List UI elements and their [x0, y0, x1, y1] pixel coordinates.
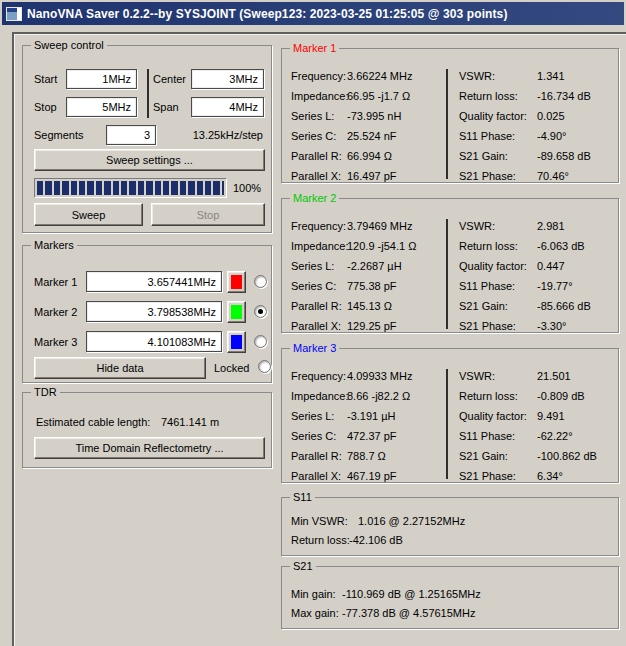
- marker3-data-group: Marker 3 Frequency:4.09933 MHzVSWR:21.50…: [281, 348, 619, 483]
- center-input[interactable]: [191, 69, 264, 89]
- marker3-frequency-input[interactable]: [86, 331, 222, 352]
- marker2-frequency-input[interactable]: [86, 301, 222, 322]
- progress-percent-label: 100%: [233, 181, 261, 195]
- s11-group: S11 Min VSWR:1.016 @ 2.27152MHz Return l…: [281, 497, 619, 556]
- field-value: 129.25 pF: [347, 316, 397, 336]
- group-title: Markers: [31, 238, 77, 252]
- field-value: -6.063 dB: [537, 236, 585, 256]
- title-bar[interactable]: NanoVNA Saver 0.2.2--by SYSJOINT (Sweep1…: [2, 2, 624, 25]
- marker2-data-group: Marker 2 Frequency:3.79469 MHzVSWR:2.981…: [281, 198, 619, 333]
- cable-length-value: 7461.141 m: [161, 415, 219, 429]
- segments-input[interactable]: [106, 125, 156, 145]
- marker2-color-swatch: [231, 305, 242, 319]
- field-label: Max gain:: [291, 604, 339, 622]
- marker-data-row: Series C:472.37 pFS11 Phase:-62.22°: [282, 426, 618, 446]
- start-input[interactable]: [66, 69, 137, 89]
- marker2-color-button[interactable]: [227, 301, 246, 323]
- field-value: 120.9 -j54.1 Ω: [347, 236, 416, 256]
- field-value: 3.79469 MHz: [347, 216, 412, 236]
- field-value: -73.995 nH: [347, 106, 401, 126]
- field-label: Parallel R:: [291, 146, 342, 166]
- field-value: -3.30°: [537, 316, 566, 336]
- field-label: Min VSWR:: [291, 512, 348, 530]
- field-value: -42.106 dB: [349, 531, 403, 549]
- field-value: 3.66224 MHz: [347, 66, 412, 86]
- field-value: -110.969 dB @ 1.25165MHz: [342, 585, 481, 603]
- field-value: 145.13 Ω: [347, 296, 392, 316]
- marker-data-row: Frequency:3.79469 MHzVSWR:2.981: [282, 216, 618, 236]
- field-value: 1.341: [537, 66, 565, 86]
- locked-radio[interactable]: [258, 360, 271, 373]
- group-title: Sweep control: [31, 38, 107, 52]
- marker-data-row: Series L:-3.191 µHQuality factor:9.491: [282, 406, 618, 426]
- group-title: Marker 3: [290, 341, 339, 355]
- field-value: -19.77°: [537, 276, 573, 296]
- field-value: 467.19 pF: [347, 466, 397, 486]
- stop-label: Stop: [34, 100, 57, 114]
- field-label: VSWR:: [459, 66, 495, 86]
- sweep-progress-bar: [34, 178, 227, 198]
- sweep-button[interactable]: Sweep: [34, 203, 143, 226]
- field-label: Return loss:: [459, 386, 518, 406]
- span-input[interactable]: [191, 97, 264, 117]
- marker-data-row: Frequency:3.66224 MHzVSWR:1.341: [282, 66, 618, 86]
- field-label: Quality factor:: [459, 256, 527, 276]
- field-label: Impedance:: [291, 236, 348, 256]
- field-value: 0.025: [537, 106, 565, 126]
- app-window: { "window": { "title": "NanoVNA Saver 0.…: [0, 0, 626, 646]
- field-value: -2.2687 µH: [347, 256, 402, 276]
- locked-label: Locked: [214, 361, 249, 375]
- marker1-data-group: Marker 1 Frequency:3.66224 MHzVSWR:1.341…: [281, 48, 619, 183]
- marker1-frequency-input[interactable]: [86, 271, 222, 292]
- group-title: S21: [290, 559, 316, 573]
- group-title: S11: [290, 490, 315, 504]
- field-value: 775.38 pF: [347, 276, 397, 296]
- sweep-progress-fill: [37, 181, 224, 195]
- field-label: VSWR:: [459, 216, 495, 236]
- marker3-select-radio[interactable]: [254, 335, 267, 348]
- field-label: Parallel X:: [291, 466, 341, 486]
- field-label: Series L:: [291, 106, 334, 126]
- marker3-color-button[interactable]: [227, 331, 246, 353]
- field-value: 2.981: [537, 216, 565, 236]
- group-title: Marker 2: [290, 191, 339, 205]
- field-label: Impedance:: [291, 86, 348, 106]
- field-label: Frequency:: [291, 216, 346, 236]
- marker1-select-radio[interactable]: [254, 275, 267, 288]
- marker-data-row: Series C:775.38 pFS11 Phase:-19.77°: [282, 276, 618, 296]
- field-label: S21 Gain:: [459, 146, 508, 166]
- marker2-select-radio[interactable]: [254, 305, 267, 318]
- marker-data-row: Series L:-73.995 nHQuality factor:0.025: [282, 106, 618, 126]
- field-value: -16.734 dB: [537, 86, 591, 106]
- field-value: 472.37 pF: [347, 426, 397, 446]
- field-label: Parallel R:: [291, 446, 342, 466]
- field-label: S11 Phase:: [459, 276, 515, 296]
- field-label: S11 Phase:: [459, 126, 515, 146]
- hide-data-button[interactable]: Hide data: [34, 357, 206, 379]
- sweep-control-group: Sweep control Start Center Stop Span Seg…: [22, 45, 272, 233]
- field-label: Parallel X:: [291, 316, 341, 336]
- field-value: -85.666 dB: [537, 296, 591, 316]
- marker-data-row: Impedance:120.9 -j54.1 ΩReturn loss:-6.0…: [282, 236, 618, 256]
- field-value: -100.862 dB: [537, 446, 597, 466]
- field-value: 25.524 nF: [347, 126, 397, 146]
- marker1-color-button[interactable]: [227, 271, 246, 293]
- stop-button[interactable]: Stop: [151, 203, 265, 226]
- tdr-button[interactable]: Time Domain Reflectometry ...: [34, 437, 265, 459]
- marker3-label: Marker 3: [34, 335, 77, 349]
- field-label: Return loss:: [459, 236, 518, 256]
- app-icon: [6, 7, 22, 21]
- field-label: Series C:: [291, 426, 336, 446]
- marker-data-row: Parallel X:129.25 pFS21 Phase:-3.30°: [282, 316, 618, 336]
- field-value: -62.22°: [537, 426, 573, 446]
- field-label: Quality factor:: [459, 106, 527, 126]
- field-label: Parallel R:: [291, 296, 342, 316]
- marker3-color-swatch: [231, 335, 242, 349]
- s21-group: S21 Min gain:-110.969 dB @ 1.25165MHz Ma…: [281, 566, 619, 629]
- cable-length-label: Estimated cable length:: [36, 415, 150, 429]
- stop-input[interactable]: [66, 97, 137, 117]
- field-label: Series L:: [291, 256, 334, 276]
- marker-data-row: Parallel X:16.497 pFS21 Phase:70.46°: [282, 166, 618, 186]
- field-value: -89.658 dB: [537, 146, 591, 166]
- sweep-settings-button[interactable]: Sweep settings ...: [34, 149, 265, 171]
